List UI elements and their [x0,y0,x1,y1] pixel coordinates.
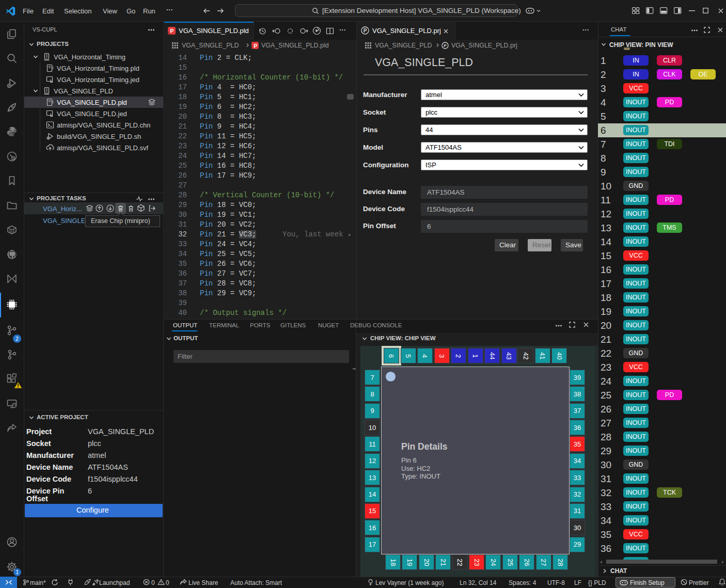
svg-text:P: P [364,28,367,34]
svg-text:P: P [444,43,447,48]
